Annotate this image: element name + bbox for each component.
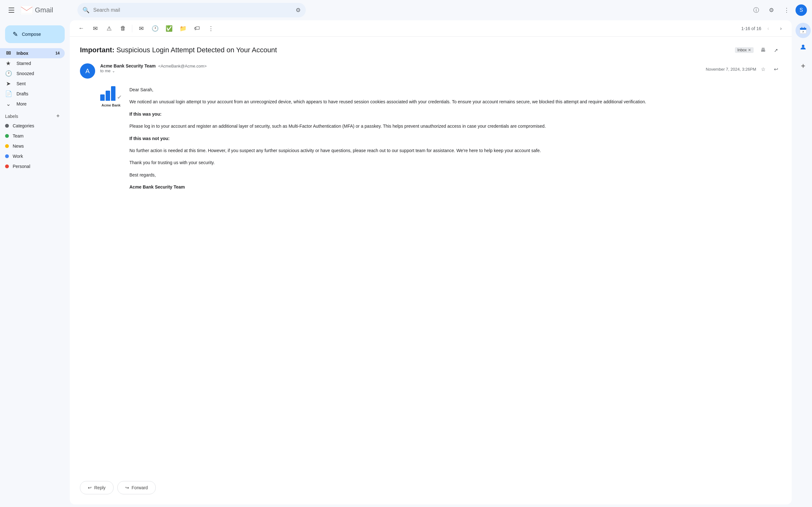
- add-task-button[interactable]: ✅: [163, 22, 175, 35]
- inbox-badge-close[interactable]: ✕: [748, 48, 751, 52]
- settings-button[interactable]: ⚙: [765, 4, 778, 16]
- hamburger-line3: [9, 12, 14, 13]
- label-item-team[interactable]: Team: [0, 131, 65, 141]
- label-item-work[interactable]: Work: [0, 151, 65, 161]
- sender-email: <AcmeBank@Acme.com>: [158, 64, 207, 68]
- reply-quick-button[interactable]: ↩: [770, 63, 781, 75]
- work-dot: [5, 154, 9, 158]
- sidebar-item-sent[interactable]: ➤ Sent: [0, 78, 65, 89]
- categories-dot: [5, 124, 9, 128]
- personal-dot: [5, 164, 9, 168]
- acme-logo-section: ✔ Acme Bank: [100, 86, 122, 196]
- email-regards: Best regards,: [130, 171, 781, 178]
- search-tune-icon[interactable]: ⚙: [296, 7, 301, 14]
- categories-label: Categories: [13, 123, 34, 128]
- email-signature: Acme Bank Security Team: [130, 183, 781, 190]
- reply-area: ↩ Reply ↪ Forward: [70, 476, 792, 504]
- search-icon: 🔍: [83, 7, 90, 14]
- snooze-button[interactable]: 🕐: [149, 22, 161, 35]
- hamburger-menu[interactable]: [5, 4, 18, 16]
- reply-button[interactable]: ↩ Reply: [80, 481, 113, 494]
- label-item-personal[interactable]: Personal: [0, 161, 65, 171]
- open-in-new-button[interactable]: ➚: [770, 44, 781, 56]
- inbox-icon: ✉: [5, 50, 11, 57]
- sender-name-row: Acme Bank Security Team <AcmeBank@Acme.c…: [100, 63, 701, 68]
- chevron-down-icon: ⌄: [112, 69, 115, 73]
- team-label: Team: [13, 133, 23, 138]
- help-button[interactable]: ⓘ: [750, 4, 763, 16]
- email-actions-row: November 7, 2024, 3:26PM ☆ ↩: [706, 63, 781, 75]
- mark-unread-button[interactable]: ✉: [135, 22, 148, 35]
- next-email-button[interactable]: ›: [775, 23, 786, 34]
- sidebar-item-snoozed[interactable]: 🕐 Snoozed: [0, 68, 65, 78]
- label-item-categories[interactable]: Categories: [0, 121, 65, 131]
- print-button[interactable]: 🖶: [757, 44, 769, 56]
- avatar[interactable]: S: [796, 4, 807, 16]
- email-view: Important: Suspicious Login Attempt Dete…: [70, 37, 792, 476]
- drafts-label: Drafts: [16, 91, 60, 96]
- forward-button[interactable]: ↪ Forward: [117, 481, 156, 494]
- to-me-label: to me: [100, 68, 111, 73]
- draft-icon: 📄: [5, 90, 11, 97]
- signature-text: Acme Bank Security Team: [130, 184, 185, 189]
- spam-button[interactable]: ⚠: [103, 22, 115, 35]
- search-bar: 🔍 ⚙: [78, 3, 306, 17]
- snoozed-label: Snoozed: [16, 71, 60, 76]
- gmail-logo[interactable]: Gmail: [20, 6, 53, 14]
- email-greeting: Dear Sarah,: [130, 86, 781, 93]
- label-item-news[interactable]: News: [0, 141, 65, 151]
- back-button[interactable]: ←: [75, 22, 88, 35]
- more-actions-button[interactable]: ⋮: [205, 22, 217, 35]
- email-section2-title: If this was not you:: [130, 135, 781, 142]
- sidebar: ✎ Compose ✉ Inbox 14 ★ Starred 🕐 Snoozed…: [0, 20, 70, 507]
- topbar-right: ⓘ ⚙ ⋮ S: [750, 4, 807, 16]
- move-button[interactable]: 📁: [177, 22, 189, 35]
- star-email-button[interactable]: ☆: [757, 63, 769, 75]
- main-layout: ✎ Compose ✉ Inbox 14 ★ Starred 🕐 Snoozed…: [0, 20, 812, 507]
- svg-point-6: [802, 45, 804, 47]
- forward-arrow-icon: ↪: [125, 485, 129, 490]
- labels-title: Labels: [5, 114, 18, 119]
- email-section1-title: If this was you:: [130, 111, 781, 118]
- email-subject: Important: Suspicious Login Attempt Dete…: [80, 46, 731, 55]
- add-panel-button[interactable]: +: [796, 58, 811, 73]
- sidebar-item-drafts[interactable]: 📄 Drafts: [0, 89, 65, 99]
- clock-icon: 🕐: [5, 70, 11, 77]
- sender-to-row[interactable]: to me ⌄: [100, 68, 701, 73]
- archive-button[interactable]: ✉: [89, 22, 101, 35]
- email-section1-body: Please log in to your account and regist…: [130, 123, 781, 130]
- email-body: Dear Sarah, We noticed an unusual login …: [130, 86, 781, 196]
- search-input[interactable]: [93, 7, 292, 13]
- compose-icon: ✎: [13, 31, 18, 38]
- email-content-area: ✔ Acme Bank Dear Sarah, We noticed an un…: [100, 86, 781, 196]
- prev-email-button[interactable]: ‹: [763, 23, 774, 34]
- email-count: 1-16 of 16 ‹ ›: [741, 23, 786, 34]
- svg-text:7: 7: [803, 31, 804, 33]
- sidebar-item-starred[interactable]: ★ Starred: [0, 58, 65, 68]
- acme-bar-1: [100, 95, 105, 101]
- acme-bar-2: [106, 91, 110, 101]
- labels-header[interactable]: Labels +: [0, 112, 65, 121]
- sidebar-item-more[interactable]: ⌄ More: [0, 99, 65, 109]
- add-label-icon[interactable]: +: [56, 113, 60, 119]
- labels-button[interactable]: 🏷: [191, 22, 203, 35]
- subject-important: Important:: [80, 46, 114, 54]
- sent-label: Sent: [16, 81, 60, 86]
- sender-info: Acme Bank Security Team <AcmeBank@Acme.c…: [100, 63, 701, 73]
- sidebar-item-inbox[interactable]: ✉ Inbox 14: [0, 48, 65, 58]
- news-label: News: [13, 144, 24, 149]
- inbox-badge-count: 14: [53, 51, 60, 55]
- acme-chart-bars: ✔: [100, 86, 122, 101]
- google-contacts-panel-button[interactable]: [796, 39, 811, 55]
- google-calendar-panel-button[interactable]: 7: [796, 23, 811, 38]
- compose-button[interactable]: ✎ Compose: [5, 25, 65, 43]
- subject-icons: 🖶 ➚: [757, 44, 781, 56]
- sender-name: Acme Bank Security Team: [100, 63, 156, 68]
- acme-bank-name: Acme Bank: [101, 103, 120, 107]
- email-subject-row: Important: Suspicious Login Attempt Dete…: [80, 44, 781, 56]
- apps-button[interactable]: ⋮: [780, 4, 793, 16]
- work-label: Work: [13, 154, 23, 159]
- starred-label: Starred: [16, 61, 60, 66]
- toolbar-separator-1: [132, 25, 132, 32]
- delete-button[interactable]: 🗑: [117, 22, 130, 35]
